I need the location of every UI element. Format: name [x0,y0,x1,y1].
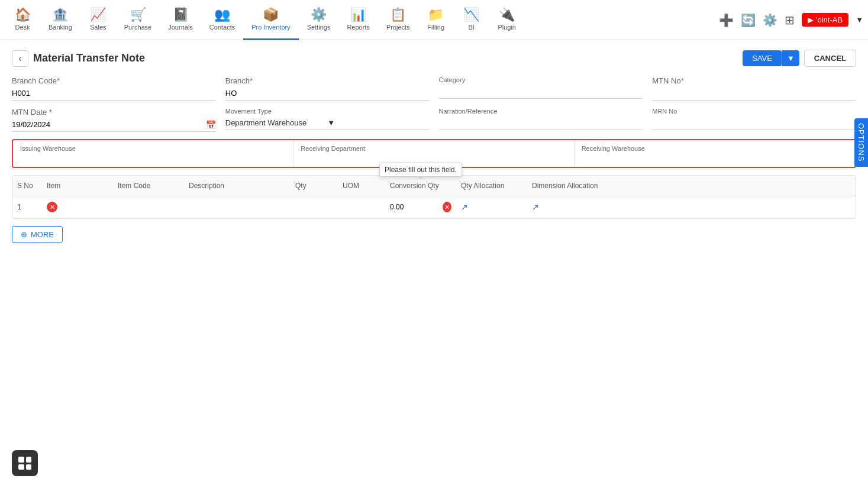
form-grid-row1: Branch Code* Branch* Category MTN No* [12,76,856,101]
mrn-no-group: MRN No [652,108,856,132]
back-button[interactable]: ‹ [12,50,28,67]
page-title: Material Transfer Note [33,52,145,64]
qty-allocation-link[interactable]: ↗ [461,202,468,212]
header-description: Description [184,179,291,192]
mtn-date-input[interactable] [12,118,206,131]
account-label: ▼ [856,15,863,24]
branch-input[interactable] [225,86,430,101]
branch-group: Branch* [225,76,430,101]
description-input[interactable] [189,203,286,211]
receiving-warehouse-input[interactable] [582,153,848,162]
add-icon[interactable]: ➕ [719,13,734,27]
header-item-code: Item Code [113,179,184,192]
nav-contacts-label: Contacts [209,24,235,31]
main-content: ‹ Material Transfer Note SAVE ▼ CANCEL B… [0,40,868,488]
nav-reports[interactable]: 📊 Reports [338,0,378,40]
movement-type-group: Movement Type Department Warehouse ▼ [225,108,430,132]
nav-pro-inventory[interactable]: 📦 Pro Inventory [243,0,298,40]
header-uom: UOM [338,179,385,192]
mtn-date-group: MTN Date * 📅 [12,108,216,132]
save-button[interactable]: SAVE [743,50,782,66]
save-btn-group: SAVE ▼ [743,50,799,66]
nav-desk[interactable]: 🏠 Desk [5,0,40,40]
branch-code-group: Branch Code* [12,76,216,101]
calendar-icon[interactable]: 📅 [206,120,216,130]
conversion-qty-input[interactable] [390,203,440,211]
branch-label: Branch* [225,76,430,85]
top-nav: 🏠 Desk 🏦 Banking 📈 Sales 🛒 Purchase 📓 Jo… [0,0,868,40]
gear-icon[interactable]: ⚙️ [763,13,777,27]
bi-icon: 📉 [463,7,479,22]
uom-input[interactable] [343,203,380,211]
options-label: OPTIONS [857,123,866,162]
grid-view-icon[interactable]: ⊞ [785,13,795,27]
receiving-warehouse-cell: Receiving Warehouse [575,140,855,167]
save-dropdown-button[interactable]: ▼ [782,50,799,66]
mrn-no-input[interactable] [652,116,856,130]
contacts-icon: 👥 [214,7,230,22]
cell-description [184,196,291,218]
category-label: Category [439,76,643,83]
nav-items: 🏠 Desk 🏦 Banking 📈 Sales 🛒 Purchase 📓 Jo… [5,0,719,40]
nav-right: ➕ 🔄 ⚙️ ⊞ ▶ 'oint-AB ▼ [719,13,863,27]
header-qty: Qty [291,179,338,192]
nav-bi[interactable]: 📉 BI [454,0,489,40]
item-code-input[interactable] [118,203,179,211]
nav-desk-label: Desk [15,24,30,31]
cancel-button[interactable]: CANCEL [804,50,856,67]
plugin-icon: 🔌 [499,7,515,22]
options-tab[interactable]: OPTIONS [854,118,868,167]
refresh-icon[interactable]: 🔄 [741,13,756,27]
nav-purchase[interactable]: 🛒 Purchase [116,0,160,40]
item-delete-button[interactable]: ✕ [47,202,57,212]
cell-item-code [113,196,184,218]
page-title-area: ‹ Material Transfer Note [12,50,145,67]
grid-dot-1 [18,457,24,463]
movement-type-wrapper[interactable]: Department Warehouse ▼ [225,116,430,130]
dimension-allocation-link[interactable]: ↗ [532,202,539,212]
more-button[interactable]: ⊕ MORE [12,226,63,243]
cell-qty [291,196,338,218]
nav-filling[interactable]: 📁 Filling [418,0,454,40]
grid-dot-2 [26,457,32,463]
nav-sales[interactable]: 📈 Sales [80,0,116,40]
qty-input[interactable] [295,203,333,211]
nav-settings[interactable]: ⚙️ Settings [299,0,339,40]
nav-journals[interactable]: 📓 Journals [160,0,201,40]
youtube-button[interactable]: ▶ 'oint-AB [802,13,848,27]
nav-projects[interactable]: 📋 Projects [378,0,418,40]
cell-item: ✕ [42,196,113,218]
page-header: ‹ Material Transfer Note SAVE ▼ CANCEL [12,50,856,67]
header-item: Item [42,179,113,192]
mtn-no-input[interactable] [652,86,856,101]
form-grid-row2: MTN Date * 📅 Movement Type Department Wa… [12,108,856,132]
table-row: 1 ✕ ✕ ↗ ↗ [12,196,856,218]
pro-inventory-icon: 📦 [263,7,279,22]
movement-type-value: Department Warehouse [225,116,327,130]
nav-settings-label: Settings [307,24,331,31]
header-buttons: SAVE ▼ CANCEL [743,50,856,67]
movement-type-arrow[interactable]: ▼ [327,116,429,130]
category-group: Category [439,76,643,101]
nav-banking-label: Banking [49,24,72,31]
nav-contacts[interactable]: 👥 Contacts [201,0,243,40]
nav-journals-label: Journals [168,24,193,31]
receiving-dept-label: Receiving Department [301,145,566,152]
nav-sales-label: Sales [90,24,107,31]
nav-banking[interactable]: 🏦 Banking [40,0,80,40]
purchase-icon: 🛒 [130,7,146,22]
account-dropdown[interactable]: ▼ [856,15,863,24]
nav-reports-label: Reports [347,24,370,31]
mtn-no-label: MTN No* [652,76,856,85]
nav-plugin[interactable]: 🔌 Plugin [489,0,525,40]
conversion-delete-button[interactable]: ✕ [443,202,451,212]
bottom-left-grid-button[interactable] [12,450,38,476]
issuing-warehouse-label: Issuing Warehouse [20,145,286,152]
narration-input[interactable] [439,116,643,130]
issuing-warehouse-input[interactable] [20,153,286,162]
receiving-dept-input[interactable] [301,153,566,162]
cell-sno: 1 [12,196,42,218]
cell-conversion-qty: ✕ [385,196,456,218]
branch-code-input[interactable] [12,86,216,101]
category-input[interactable] [439,85,643,99]
